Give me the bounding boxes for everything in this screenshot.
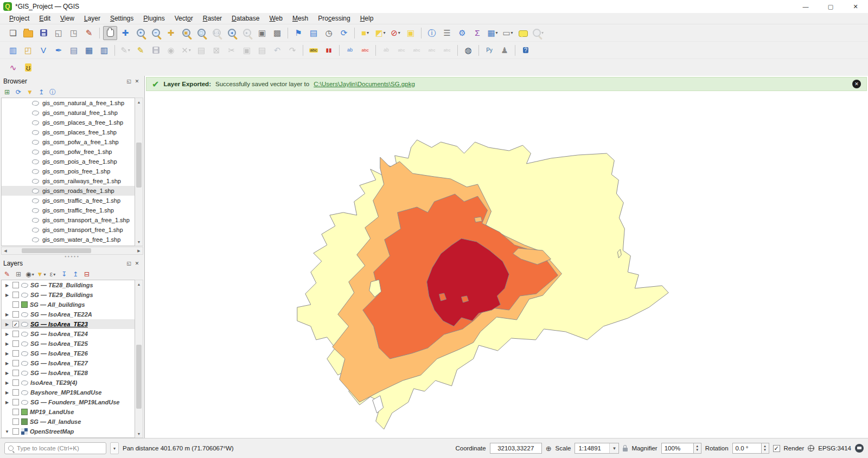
menu-web[interactable]: Web <box>264 14 287 23</box>
expander-icon[interactable]: ▶ <box>4 283 10 288</box>
toggle-editing-button[interactable]: ✎ <box>133 43 148 57</box>
magnifier-value[interactable]: 100% <box>661 443 694 454</box>
statistics-panel-button[interactable]: Σ <box>470 26 484 40</box>
layer-item[interactable]: ▶ ✓ SG — IsoArea_TE23 <box>2 319 135 329</box>
browser-item[interactable]: gis_osm_natural_a_free_1.shp <box>2 98 135 108</box>
pan-map-button[interactable] <box>103 26 117 40</box>
browser-item[interactable]: gis_osm_pofw_a_free_1.shp <box>2 137 135 147</box>
new-print-layout-button[interactable]: ◱ <box>52 26 66 40</box>
layer-visibility-checkbox[interactable]: ✓ <box>12 321 19 327</box>
expander-icon[interactable]: ▶ <box>4 390 10 395</box>
layer-item[interactable]: ▶ SG — IsoArea_TE28 <box>2 368 135 378</box>
expander-icon[interactable]: ▶ <box>4 371 10 376</box>
menu-edit[interactable]: Edit <box>34 14 55 23</box>
browser-item[interactable]: gis_osm_natural_free_1.shp <box>2 108 135 118</box>
rotation-spinbox[interactable]: 0.0 ° ▲▼ <box>732 443 769 454</box>
scroll-right-icon[interactable]: ▶ <box>135 247 143 255</box>
exported-file-link[interactable]: C:\Users\Jaylin\Documents\SG.gpkg <box>314 81 415 87</box>
layer-diagram-options-button[interactable]: ▮▮ <box>322 43 336 57</box>
new-mesh-layer-button[interactable]: ▦ <box>82 43 96 57</box>
new-virtual-layer-button[interactable]: ▥ <box>97 43 111 57</box>
layer-visibility-checkbox[interactable] <box>12 340 19 347</box>
help-contents-button[interactable]: ? <box>519 43 533 57</box>
layer-item[interactable]: ▶ Bayshore_MP19LandUse <box>2 388 135 397</box>
browser-properties-button[interactable]: ⓘ <box>48 87 58 97</box>
browser-item[interactable]: gis_osm_railways_free_1.shp <box>2 176 135 186</box>
expander-icon[interactable]: ▶ <box>4 361 10 366</box>
expander-icon[interactable]: ▶ <box>4 400 10 405</box>
add-group-button[interactable]: ⊞ <box>14 269 23 279</box>
elevation-profile-button[interactable]: ∿ <box>6 61 20 75</box>
browser-item[interactable]: gis_osm_places_a_free_1.shp <box>2 118 135 127</box>
map-canvas[interactable]: ✔ Layer Exported: Successfully saved vec… <box>144 76 868 438</box>
locator-dropdown[interactable]: ▾ <box>110 442 119 454</box>
open-project-button[interactable] <box>21 26 35 40</box>
measure-button[interactable]: ▭▾ <box>501 26 515 40</box>
layer-item[interactable]: ▶ SG — Founders_MP19LandUse <box>2 397 135 407</box>
layers-float-button[interactable]: ◱ <box>125 260 133 267</box>
maximize-button[interactable]: ▢ <box>818 0 843 13</box>
pin-labels-button[interactable]: ab <box>343 43 357 57</box>
zoom-to-selection-button[interactable]: ▣ <box>179 26 193 40</box>
collapse-all-button[interactable]: ↥ <box>71 269 80 279</box>
menu-settings[interactable]: Settings <box>105 14 138 23</box>
scroll-thumb[interactable] <box>136 143 142 188</box>
filter-by-expression-button[interactable]: ε▾ <box>48 269 58 279</box>
layer-visibility-checkbox[interactable] <box>12 409 19 415</box>
menu-raster[interactable]: Raster <box>198 14 227 23</box>
menu-mesh[interactable]: Mesh <box>288 14 313 23</box>
ors-tools-button[interactable]: ʊ <box>21 61 35 75</box>
message-close-button[interactable]: ✕ <box>852 80 861 88</box>
crs-globe-icon[interactable] <box>808 445 814 451</box>
expander-icon[interactable]: ▶ <box>4 351 10 356</box>
layer-visibility-checkbox[interactable] <box>12 418 19 425</box>
scroll-up-icon[interactable]: ▲ <box>135 98 143 106</box>
expand-all-button[interactable]: ↧ <box>59 269 69 279</box>
save-project-button[interactable] <box>36 26 50 40</box>
show-layout-manager-button[interactable]: ◳ <box>67 26 81 40</box>
messages-button[interactable] <box>855 444 864 453</box>
new-spatial-bookmark-button[interactable]: ⚑ <box>291 26 305 40</box>
scale-combo[interactable]: 1:14891 ▼ <box>575 443 619 454</box>
coordinate-input[interactable]: 32103,33227 <box>490 443 542 454</box>
browser-close-button[interactable]: ✕ <box>133 78 141 85</box>
scroll-down-icon[interactable]: ▼ <box>135 238 143 246</box>
layer-labeling-options-button[interactable]: abc <box>307 43 321 57</box>
layer-item[interactable]: ▶ SG — IsoArea_TE22A <box>2 309 135 319</box>
current-edits-button-dropdown[interactable]: ▾ <box>128 48 130 53</box>
browser-item[interactable]: gis_osm_pofw_free_1.shp <box>2 147 135 157</box>
scroll-down-icon[interactable]: ▼ <box>135 430 143 437</box>
layer-item[interactable]: ▼ OpenStreetMap <box>2 427 135 436</box>
layer-visibility-checkbox[interactable] <box>12 331 19 337</box>
filter-legend-button-dropdown[interactable]: ▾ <box>43 272 46 277</box>
magnifier-spinbox[interactable]: 100% ▲▼ <box>661 443 701 454</box>
manage-map-themes-button[interactable]: ◉▾ <box>25 269 35 279</box>
processing-toolbox-button[interactable]: ⚙ <box>455 26 469 40</box>
open-layer-styling-button[interactable]: ✎ <box>2 269 12 279</box>
layer-item[interactable]: ▶ SG — TE29_Buildings <box>2 290 135 300</box>
menu-help[interactable]: Help <box>355 14 379 23</box>
layer-visibility-checkbox[interactable] <box>12 311 19 318</box>
select-by-value-button-dropdown[interactable]: ▾ <box>384 30 386 35</box>
expander-icon[interactable]: ▶ <box>4 380 10 385</box>
open-attribute-table-button[interactable]: ▦▾ <box>486 26 500 40</box>
layer-visibility-checkbox[interactable] <box>12 399 19 405</box>
layer-item[interactable]: ▶ SG — IsoArea_TE25 <box>2 339 135 349</box>
rotation-spinner[interactable]: ▲▼ <box>762 443 769 454</box>
new-project-button[interactable]: ❏ <box>6 26 20 40</box>
expander-icon[interactable]: ▶ <box>4 293 10 298</box>
crs-text[interactable]: EPSG:3414 <box>818 445 851 451</box>
deselect-features-button-dropdown[interactable]: ▾ <box>398 30 400 35</box>
browser-item[interactable]: gis_osm_traffic_free_1.shp <box>2 205 135 215</box>
zoom-last-button[interactable]: ◂ <box>225 26 239 40</box>
select-features-button-dropdown[interactable]: ▾ <box>367 30 369 35</box>
zoom-full-button[interactable]: ✚ <box>164 26 178 40</box>
highlight-pinned-labels-button[interactable]: abc <box>358 43 372 57</box>
new-spatialite-layer-button[interactable]: ▤ <box>67 43 81 57</box>
zoom-in-button[interactable]: + <box>133 26 148 40</box>
select-features-button[interactable]: ■▾ <box>358 26 372 40</box>
expander-icon[interactable]: ▶ <box>4 332 10 337</box>
chevron-down-icon[interactable]: ▼ <box>609 443 618 453</box>
scale-lock-icon[interactable] <box>623 448 628 451</box>
browser-item[interactable]: gis_osm_pois_a_free_1.shp <box>2 157 135 166</box>
